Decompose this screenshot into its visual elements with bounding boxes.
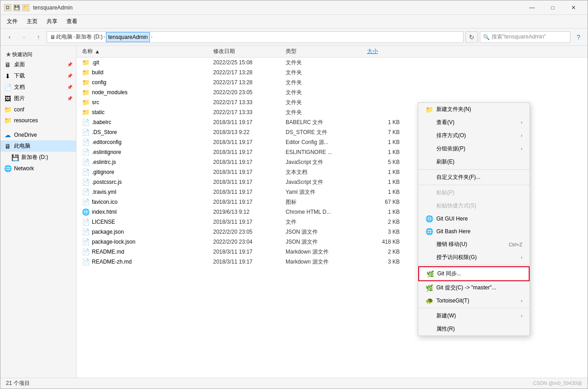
- new-volume-icon: 💾: [11, 154, 19, 161]
- back-button[interactable]: ‹: [3, 31, 16, 43]
- file-icon: 📄: [82, 238, 89, 245]
- file-row[interactable]: 📁 node_modules 2022/2/20 23:05 文件夹: [76, 87, 588, 97]
- file-size: 2 KB: [365, 219, 402, 225]
- maximize-button[interactable]: □: [542, 0, 563, 15]
- downloads-pin: 📌: [67, 73, 72, 78]
- file-name-text: README-zh.md: [92, 259, 132, 265]
- sidebar-item-conf[interactable]: 📁 conf: [0, 104, 76, 115]
- sidebar-item-new-volume[interactable]: 💾 新加卷 (D:): [0, 152, 76, 163]
- sidebar-pictures-label: 图片: [14, 95, 25, 102]
- breadcrumb-volume: 新加卷 (D:): [76, 33, 102, 41]
- file-date: 2022/2/20 23:05: [211, 89, 284, 96]
- ctx-label-paste-shortcut: 粘贴快捷方式(S): [436, 202, 476, 210]
- breadcrumb-bar[interactable]: 🖥 此电脑 › 新加卷 (D:) › tensquareAdmin ›: [47, 31, 464, 43]
- menu-file[interactable]: 文件: [2, 16, 22, 27]
- ctx-item-git-sync[interactable]: 🌿 Git 同步...: [418, 266, 530, 281]
- ctx-item-git-gui[interactable]: 🌐 Git GUI Here: [418, 212, 530, 225]
- help-button[interactable]: ?: [572, 31, 585, 43]
- ctx-item-refresh[interactable]: 刷新(E): [418, 155, 530, 168]
- ctx-item-git-bash[interactable]: 🌐 Git Bash Here: [418, 225, 530, 238]
- ctx-item-git-commit[interactable]: 🌿 Git 提交(C) -> "master"...: [418, 281, 530, 294]
- sidebar-item-network[interactable]: 🌐 Network: [0, 163, 76, 174]
- ctx-item-customize-folder[interactable]: 自定义文件夹(F)...: [418, 171, 530, 184]
- file-row[interactable]: 📁 build 2022/2/17 13:28 文件夹: [76, 67, 588, 77]
- pictures-icon: 🖼: [4, 95, 11, 102]
- file-icon: 📄: [82, 119, 89, 126]
- title-bar-folder-icon: 📁: [22, 4, 29, 11]
- sidebar-item-onedrive[interactable]: ☁ OneDrive: [0, 130, 76, 140]
- file-name-text: node_modules: [92, 89, 128, 96]
- item-count: 21 个项目: [6, 379, 30, 387]
- documents-pin: 📌: [67, 85, 72, 90]
- file-name-text: .editorconfig: [92, 139, 121, 145]
- desktop-icon: 🖥: [4, 61, 11, 68]
- ctx-icon-paste: [425, 189, 433, 197]
- conf-icon: 📁: [4, 106, 11, 113]
- file-size: 1 KB: [365, 209, 402, 215]
- file-date: 2022/2/20 23:04: [211, 239, 284, 245]
- ctx-item-grant-access[interactable]: 授予访问权限(G) ›: [418, 251, 530, 264]
- ctx-icon-new-folder: 📁: [425, 106, 433, 113]
- sidebar-item-documents[interactable]: 📄 文档 📌: [0, 82, 76, 93]
- ctx-label-sort-by: 排序方式(O): [436, 132, 466, 139]
- col-header-name[interactable]: 名称 ▲: [80, 48, 211, 55]
- ctx-icon-git-commit: 🌿: [425, 284, 433, 292]
- ctx-item-view[interactable]: 查看(V) ›: [418, 116, 530, 129]
- ctx-item-properties[interactable]: 属性(R): [418, 322, 530, 336]
- sidebar-network-label: Network: [14, 165, 34, 172]
- ctx-item-new-folder[interactable]: 📁 新建文件夹(N): [418, 103, 530, 116]
- file-size: 3 KB: [365, 259, 402, 265]
- file-type: Editor Config 源...: [284, 139, 365, 146]
- sidebar-downloads-label: 下载: [14, 72, 25, 80]
- title-bar-icons: 🗋 💾 📁: [4, 4, 29, 11]
- sidebar-item-this-pc[interactable]: 🖥 此电脑: [0, 140, 76, 152]
- breadcrumb-this-pc: 🖥 此电脑: [50, 33, 72, 41]
- ctx-item-undo-move[interactable]: 撤销 移动(U) Ctrl+Z: [418, 238, 530, 251]
- sidebar-item-desktop[interactable]: 🖥 桌面 📌: [0, 59, 76, 70]
- file-name: 📄 .postcssrc.js: [80, 178, 211, 186]
- file-icon: 📄: [82, 149, 89, 156]
- ctx-sep-after-tortoisegit: [418, 308, 530, 308]
- ctx-arrow-view: ›: [521, 120, 522, 125]
- ctx-item-new[interactable]: 新建(W) ›: [418, 309, 530, 322]
- col-header-type[interactable]: 类型: [284, 48, 365, 55]
- sidebar-item-resources[interactable]: 📁 resources: [0, 115, 76, 126]
- sidebar-item-downloads[interactable]: ⬇ 下载 📌: [0, 70, 76, 82]
- file-name: 📄 .editorconfig: [80, 139, 211, 146]
- file-name: 📄 .eslintignore: [80, 149, 211, 156]
- ctx-icon-group-by: [425, 145, 433, 153]
- ctx-icon-customize-folder: [425, 174, 433, 181]
- ctx-arrow-tortoisegit: ›: [521, 298, 522, 303]
- file-date: 2018/3/11 19:17: [211, 179, 284, 185]
- file-icon: 📄: [82, 168, 89, 176]
- ctx-icon-grant-access: [425, 254, 433, 261]
- refresh-button[interactable]: ↻: [465, 31, 478, 43]
- col-header-size[interactable]: 大小: [365, 48, 402, 55]
- ctx-icon-properties: [425, 326, 433, 333]
- col-header-date[interactable]: 修改日期: [211, 48, 284, 55]
- ctx-label-git-gui: Git GUI Here: [436, 216, 468, 222]
- minimize-button[interactable]: —: [521, 0, 542, 15]
- forward-button[interactable]: ›: [18, 31, 30, 43]
- search-bar[interactable]: 🔍 搜索"tensquareAdmin": [480, 31, 570, 43]
- ctx-item-group-by[interactable]: 分组依据(P) ›: [418, 142, 530, 155]
- ctx-icon-git-sync: 🌿: [426, 270, 434, 278]
- close-button[interactable]: ✕: [563, 0, 584, 15]
- ctx-label-paste: 粘贴(P): [436, 189, 454, 197]
- file-row[interactable]: 📁 config 2022/2/17 13:28 文件夹: [76, 77, 588, 87]
- up-button[interactable]: ↑: [32, 31, 45, 43]
- file-name-text: index.html: [92, 209, 117, 215]
- ctx-item-tortoisegit[interactable]: 🐢 TortoiseGit(T) ›: [418, 294, 530, 307]
- file-name: 📄 favicon.ico: [80, 198, 211, 206]
- menu-share[interactable]: 共享: [42, 16, 62, 27]
- ctx-item-sort-by[interactable]: 排序方式(O) ›: [418, 129, 530, 142]
- menu-home[interactable]: 主页: [22, 16, 42, 27]
- ctx-icon-git-gui: 🌐: [425, 215, 433, 222]
- status-bar: 21 个项目 CSDN @m0_59430诶: [0, 378, 588, 389]
- file-size: 67 KB: [365, 199, 402, 205]
- file-row[interactable]: 📁 .git 2022/2/25 15:08 文件夹: [76, 58, 588, 67]
- file-size: 2 KB: [365, 249, 402, 255]
- file-type: 文件夹: [284, 109, 365, 116]
- sidebar-item-pictures[interactable]: 🖼 图片 📌: [0, 93, 76, 104]
- menu-view[interactable]: 查看: [62, 16, 82, 27]
